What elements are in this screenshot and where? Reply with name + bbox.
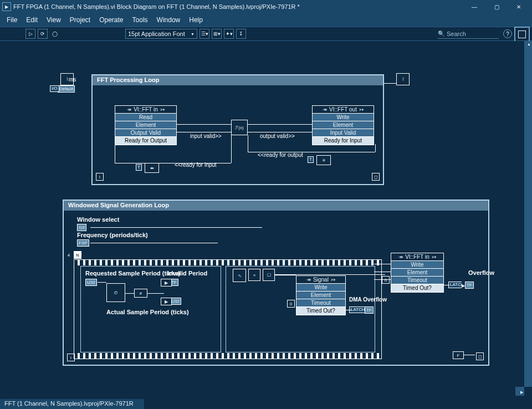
fft-in-name: VI::FFT in [134, 106, 158, 113]
fft-out-row-0[interactable]: Write [313, 114, 374, 121]
label-ready-for-input: <<ready for input [175, 162, 217, 168]
signal-row-3[interactable]: Timed Out? [296, 307, 345, 315]
feedback-node-left[interactable]: ⬅ [145, 163, 159, 173]
four-label: 4 [65, 251, 73, 259]
false-constant[interactable]: F [453, 351, 464, 359]
l2fft-timeout-const[interactable]: 0 [382, 276, 390, 284]
resize-button[interactable]: ✦▾ [224, 29, 234, 39]
label-invalid-period: Invalid Period [167, 270, 207, 277]
fft-out-row-3[interactable]: Ready for Input [313, 137, 374, 145]
fb-right-init[interactable]: T [308, 156, 314, 163]
case-right[interactable]: ∿ × ☐ ↠Signal↣ Write Element Timeout Tim… [226, 266, 375, 352]
app-icon: ▶ [2, 2, 11, 11]
l2fft-row-1[interactable]: Element [391, 269, 443, 277]
wire [346, 310, 351, 310]
abort-button[interactable]: ◯ [50, 29, 60, 39]
fft-processing-loop[interactable]: FFT Processing Loop ↠VI::FFT in↣ Read El… [91, 74, 384, 185]
signal-row-1[interactable]: Element [296, 292, 345, 299]
signal-row-2[interactable]: Timeout [296, 299, 345, 307]
windowed-signal-loop[interactable]: Windowed Signal Generation Loop Window s… [63, 200, 489, 366]
vi-icon[interactable] [514, 27, 530, 42]
iteration-terminal-2[interactable]: i [67, 354, 75, 361]
wire [375, 144, 376, 152]
fft-in-node[interactable]: ↠VI::FFT in↣ Read Element Output Valid R… [115, 105, 177, 145]
run-continuous-button[interactable]: ⟳ [38, 29, 48, 39]
menu-file[interactable]: File [2, 16, 22, 24]
wire [464, 355, 475, 355]
menu-operate[interactable]: Operate [95, 16, 127, 24]
loop2-fft-in-node[interactable]: ↠VI::FFT in↣ Write Element Timeout Timed… [391, 253, 444, 293]
stop-terminal[interactable]: ◻︎ [372, 173, 380, 181]
feedback-node-right[interactable]: ✳ [316, 155, 331, 165]
frequency-terminal[interactable]: FXP [77, 239, 89, 247]
label-actual-period: Actual Sample Period (ticks) [106, 309, 189, 315]
n-terminal[interactable]: N [74, 251, 81, 259]
close-button[interactable]: ✕ [508, 0, 530, 13]
l2fft-row-2[interactable]: Timeout [391, 277, 443, 284]
status-text: FFT (1 Channel, N Samples).lvproj/PXIe-7… [4, 400, 134, 407]
fft-in-row-0[interactable]: Read [115, 114, 176, 121]
stop-terminal-2[interactable]: ◻︎ [476, 352, 484, 360]
minimize-button[interactable]: — [463, 0, 485, 13]
loop1-title: FFT Processing Loop [93, 75, 383, 85]
maximize-button[interactable]: ▢ [485, 0, 508, 13]
menu-project[interactable]: Project [65, 16, 95, 24]
menu-help[interactable]: Help [185, 16, 207, 24]
window-select-terminal[interactable]: I16 [77, 224, 86, 231]
run-button[interactable]: ▷ [25, 29, 35, 39]
fft-in-row-3[interactable]: Ready for Output [115, 137, 176, 145]
sine-wave-vi[interactable]: ∿ [233, 269, 246, 282]
font-label: 15pt Application Font [128, 30, 185, 37]
fft-in-row-1[interactable]: Element [115, 121, 176, 129]
title-bar: ▶ FFT FPGA (1 Channel, N Samples).vi Blo… [0, 0, 532, 13]
fft-in-row-2[interactable]: Output Valid [115, 129, 176, 137]
label-output-valid: output valid>> [260, 133, 295, 139]
label-req-period: Requested Sample Period (ticks) [85, 270, 180, 277]
reorder-button[interactable]: ↧ [236, 29, 246, 39]
menu-tools[interactable]: Tools [128, 16, 152, 24]
menu-view[interactable]: View [42, 16, 65, 24]
latch-option[interactable]: LATCH [349, 306, 367, 313]
fft-out-row-2[interactable]: Input Valid [313, 129, 374, 137]
wire [275, 275, 296, 275]
l2fft-row-3[interactable]: Timed Out? [391, 284, 443, 292]
search-input[interactable]: 🔍 Search [438, 29, 499, 39]
window-title: FFT FPGA (1 Channel, N Samples).vi Block… [13, 3, 463, 10]
window-vi[interactable]: ☐ [263, 269, 275, 281]
fft-out-row-1[interactable]: Element [313, 121, 374, 129]
overflow-ind[interactable]: TF [465, 282, 474, 289]
wire [374, 264, 391, 264]
signal-node[interactable]: ↠Signal↣ Write Element Timeout Timed Out… [296, 275, 346, 315]
wire [90, 243, 218, 243]
wire [147, 293, 164, 294]
menu-window[interactable]: Window [152, 16, 185, 24]
l2fft-row-0[interactable]: Write [391, 261, 443, 269]
timer-value[interactable]: Default [58, 85, 75, 93]
wire [444, 285, 449, 285]
scroll-right-arrow[interactable]: ▶ [520, 390, 523, 395]
multiply-node[interactable]: × [248, 269, 260, 281]
wire [274, 274, 385, 275]
not-equal-node[interactable]: ≠ [134, 289, 147, 298]
req-period-terminal[interactable]: U32 [85, 279, 97, 286]
tick-icon[interactable]: ⟟ [396, 73, 410, 85]
iteration-terminal[interactable]: i [96, 173, 104, 181]
block-diagram-canvas[interactable]: ▲ ▶ ⟟ ms Default I/O ⟟ FFT Processing Lo… [0, 41, 532, 396]
menu-bar: File Edit View Project Operate Tools Win… [0, 13, 532, 27]
timer-type-icon: I/O [50, 85, 59, 92]
vertical-scrollbar[interactable]: ▲ [524, 41, 532, 387]
signal-timeout-const[interactable]: 0 [287, 300, 295, 308]
menu-edit[interactable]: Edit [22, 16, 42, 24]
font-selector[interactable]: 15pt Application Font ▼ [125, 29, 197, 39]
case-left[interactable]: Requested Sample Period (ticks) U32 ⏱ ≠ … [80, 266, 221, 352]
distribute-button[interactable]: ⊞▾ [212, 29, 222, 39]
fb-left-init[interactable]: T [136, 164, 142, 171]
fft-out-node[interactable]: ↠VI::FFT out↣ Write Element Input Valid … [312, 105, 374, 145]
loop-timer-vi[interactable]: ⏱ [106, 283, 125, 302]
align-button[interactable]: ☰▾ [200, 29, 209, 39]
indicator-arrow2: ▶ [161, 298, 172, 305]
fft-express-vi[interactable]: ℱ(x) [231, 120, 248, 135]
context-help-button[interactable]: ? [503, 29, 512, 38]
dma-overflow-ind[interactable]: TF [365, 306, 374, 314]
signal-row-0[interactable]: Write [296, 284, 345, 292]
